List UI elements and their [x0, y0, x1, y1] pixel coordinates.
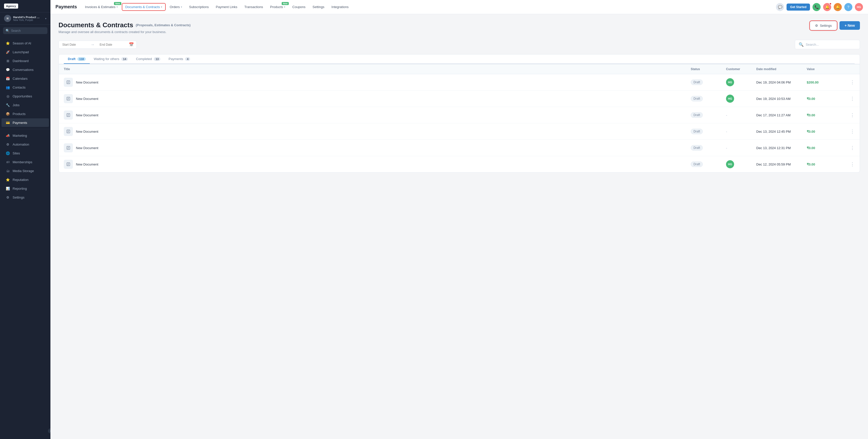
row-menu-button[interactable]: ⋮: [844, 80, 855, 85]
row-menu-button[interactable]: ⋮: [844, 96, 855, 101]
start-date-input[interactable]: [59, 41, 89, 49]
row-title: New Document: [64, 78, 691, 87]
settings-button[interactable]: ⚙ Settings: [810, 22, 836, 30]
sidebar-item-media-storage[interactable]: 🗂 Media Storage: [1, 167, 49, 175]
calendar-icon: 📅: [5, 76, 10, 81]
topnav-coupons[interactable]: Coupons: [289, 3, 308, 10]
document-name: New Document: [76, 146, 98, 150]
page-content: Documents & Contracts (Proposals, Estima…: [51, 14, 868, 439]
date-modified: Dec 19, 2024 04:06 PM: [756, 81, 807, 84]
sidebar-item-settings[interactable]: ⚙ Settings: [1, 193, 49, 202]
topnav-payment-links[interactable]: Payment Links: [213, 3, 240, 10]
sidebar-item-season-of-ai[interactable]: ⭐ Season of AI: [1, 39, 49, 48]
contacts-icon: 👥: [5, 85, 10, 90]
sidebar-item-jobs[interactable]: 🔧 Jobs: [1, 101, 49, 109]
document-name: New Document: [76, 113, 98, 117]
col-date-modified: Date modified: [756, 67, 807, 71]
sidebar-item-sites[interactable]: 🌐 Sites: [1, 149, 49, 157]
phone-icon-button[interactable]: 📞: [812, 3, 820, 11]
get-started-button[interactable]: Get Started: [786, 3, 810, 10]
help-icon-button[interactable]: ?: [844, 3, 852, 11]
tab-bar: Draft 118 Waiting for others 14 Complete…: [64, 55, 855, 64]
topnav-item-label: Documents & Contracts: [125, 5, 160, 9]
sidebar-item-reporting[interactable]: 📊 Reporting: [1, 184, 49, 193]
sidebar-item-label: Products: [12, 112, 26, 116]
sidebar-item-label: Automation: [12, 143, 29, 146]
tab-waiting-for-others[interactable]: Waiting for others 14: [90, 55, 132, 64]
search-icon: 🔍: [5, 29, 9, 33]
sidebar-item-opportunities[interactable]: ◎ Opportunities: [1, 92, 49, 100]
col-status: Status: [691, 67, 726, 71]
topnav-item-label: Invoices & Estimates: [85, 5, 116, 9]
topnav-subscriptions[interactable]: Subscriptions: [186, 3, 212, 10]
topnav-invoices-estimates[interactable]: Invoices & Estimates ▾ New: [82, 3, 121, 10]
topnav-item-label: Subscriptions: [189, 5, 209, 9]
calendar-icon[interactable]: 📅: [126, 42, 136, 47]
row-title: New Document: [64, 160, 691, 169]
topnav-item-label: Integrations: [331, 5, 348, 9]
sidebar-item-dashboard[interactable]: ⊞ Dashboard: [1, 57, 49, 65]
chevron-down-icon: ▾: [161, 5, 162, 8]
message-icon-button[interactable]: 💬: [776, 3, 784, 11]
customer-avatar: HG: [726, 160, 734, 168]
row-menu-button[interactable]: ⋮: [844, 162, 855, 167]
grid-icon: ⊞: [5, 59, 10, 63]
customer-cell: HG: [726, 78, 756, 86]
topnav-transactions[interactable]: Transactions: [241, 3, 266, 10]
sidebar-item-label: Season of AI: [12, 41, 31, 45]
topnav-settings[interactable]: Settings: [309, 3, 327, 10]
topnav-products[interactable]: Products ▾ New: [267, 3, 288, 10]
status-cell: Draft: [691, 80, 726, 85]
sidebar-item-launchpad[interactable]: 🚀 Launchpad: [1, 48, 49, 56]
tab-draft[interactable]: Draft 118: [64, 55, 90, 64]
date-range-picker[interactable]: → 📅: [59, 40, 137, 49]
sidebar-item-conversations[interactable]: 💬 Conversations: [1, 65, 49, 74]
sidebar-item-marketing[interactable]: 📣 Marketing: [1, 131, 49, 140]
tab-completed[interactable]: Completed 13: [132, 55, 164, 64]
sidebar-item-label: Memberships: [12, 160, 32, 164]
topnav-documents-contracts[interactable]: Documents & Contracts ▾: [122, 3, 166, 11]
topnav-integrations[interactable]: Integrations: [328, 3, 351, 10]
end-date-input[interactable]: [96, 41, 126, 49]
customer-cell: -: [726, 113, 756, 117]
rocket-icon: 🚀: [5, 50, 10, 54]
sidebar-account[interactable]: H Harshit's Product Ac... New York, Punj…: [0, 12, 51, 25]
customer-avatar: HG: [726, 78, 734, 86]
sidebar-item-label: Reporting: [12, 187, 27, 191]
avatar: H: [4, 15, 11, 22]
search-input[interactable]: [11, 29, 49, 33]
chevron-down-icon: ▾: [45, 17, 46, 20]
sidebar-item-payments[interactable]: 💳 Payments: [1, 118, 49, 127]
row-menu-button[interactable]: ⋮: [844, 129, 855, 134]
customer-empty: -: [726, 146, 727, 150]
logo-text: Agency: [4, 3, 18, 8]
alert-icon-button[interactable]: 🔔: [834, 3, 842, 11]
topnav-orders[interactable]: Orders ▾: [167, 3, 185, 10]
user-avatar[interactable]: HG: [855, 3, 863, 11]
sidebar-item-automation[interactable]: ⚙ Automation: [1, 140, 49, 149]
filter-bar: → 📅 🔍: [59, 40, 860, 49]
tab-count: 4: [185, 57, 190, 61]
sidebar-item-label: Reputation: [12, 178, 29, 182]
col-value: Value: [807, 67, 844, 71]
new-button[interactable]: + New: [839, 21, 860, 30]
gear-icon: ⚙: [815, 24, 818, 28]
tab-payments[interactable]: Payments 4: [164, 55, 194, 64]
sidebar-item-reputation[interactable]: ⭐ Reputation: [1, 175, 49, 184]
new-badge: New: [114, 2, 121, 5]
sidebar-item-contacts[interactable]: 👥 Contacts: [1, 83, 49, 92]
document-icon: [64, 94, 73, 103]
search-input[interactable]: [806, 42, 856, 47]
sidebar-item-calendars[interactable]: 📅 Calendars: [1, 74, 49, 83]
sidebar-item-label: Sites: [12, 151, 20, 155]
tab-count: 14: [121, 57, 128, 61]
sidebar-logo: Agency: [0, 0, 51, 12]
date-modified: Dec 19, 2024 10:53 AM: [756, 97, 807, 101]
notification-icon-button[interactable]: 🔔: [823, 3, 831, 11]
row-menu-button[interactable]: ⋮: [844, 112, 855, 118]
topnav: Payments Invoices & Estimates ▾ New Docu…: [51, 0, 868, 14]
row-menu-button[interactable]: ⋮: [844, 145, 855, 151]
sidebar-item-memberships[interactable]: 🏷 Memberships: [1, 158, 49, 166]
document-icon: [64, 143, 73, 152]
sidebar-item-products[interactable]: 📦 Products: [1, 110, 49, 118]
